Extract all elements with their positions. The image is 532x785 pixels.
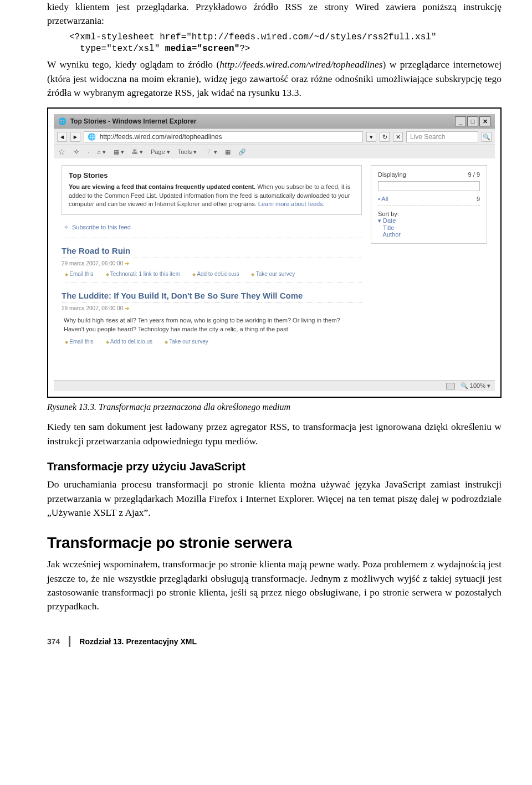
toolbar-sep: · xyxy=(88,148,89,155)
arrow-icon[interactable]: ➜ xyxy=(125,305,129,311)
sidebar-box: Displaying 9 / 9 • All 9 Sort by: ▾ Date xyxy=(371,165,487,244)
sort-author[interactable]: Author xyxy=(378,231,480,238)
action-survey[interactable]: Take our survey xyxy=(165,338,208,345)
heading-javascript: Transformacje przy użyciu JavaScript xyxy=(47,460,502,473)
code-line-1: <?xml-stylesheet href="http://feeds.wire… xyxy=(69,32,437,42)
close-button[interactable]: ✕ xyxy=(479,116,490,126)
search-go-button[interactable]: 🔍 xyxy=(482,132,492,142)
back-button[interactable]: ◄ xyxy=(57,132,67,142)
toolbar-help-icon[interactable]: ❔ ▾ xyxy=(204,148,217,156)
refresh-button[interactable]: ↻ xyxy=(380,132,390,142)
ie-title-bar: 🌐 Top Stories - Windows Internet Explore… xyxy=(54,114,495,129)
favorites-add-icon[interactable]: ☆ xyxy=(58,147,65,156)
code-block: <?xml-stylesheet href="http://feeds.wire… xyxy=(69,32,502,55)
ie-title-text: Top Stories - Windows Internet Explorer xyxy=(70,117,197,125)
action-email[interactable]: Email this xyxy=(65,338,94,345)
entry-1-title-link[interactable]: The Road to Ruin xyxy=(62,246,362,258)
paragraph-after-figure: Kiedy ten sam dokument jest ładowany prz… xyxy=(47,420,502,448)
action-survey[interactable]: Take our survey xyxy=(251,271,295,277)
feed-main-column: Top Stories You are viewing a feed that … xyxy=(62,165,362,380)
sort-title[interactable]: Title xyxy=(378,224,480,231)
sort-by-label: Sort by: xyxy=(378,211,480,217)
feed-entry-1: The Road to Ruin 29 marca 2007, 06:00:00… xyxy=(62,246,362,266)
filter-input[interactable] xyxy=(378,181,480,191)
forward-button[interactable]: ► xyxy=(70,132,80,142)
action-technorati[interactable]: Technorati: 1 link to this item xyxy=(106,271,180,277)
displaying-row: Displaying 9 / 9 xyxy=(378,171,480,178)
code-line-2b: media="screen" xyxy=(165,44,239,54)
toolbar-print-icon[interactable]: 🖶 ▾ xyxy=(132,148,143,156)
sidebar-separator xyxy=(378,206,480,206)
ie-toolbar: ☆ ✧ · ⌂ ▾ ▦ ▾ 🖶 ▾ Page ▾ Tools ▾ ❔ ▾ ▦ 🔗 xyxy=(54,145,495,158)
search-input[interactable]: Live Search xyxy=(406,131,478,142)
displaying-label: Displaying xyxy=(378,171,406,178)
sort-section: Sort by: ▾ Date Title Author xyxy=(378,211,480,238)
feed-entry-2: The Luddite: If You Build It, Don't Be S… xyxy=(62,291,362,334)
feed-sidebar: Displaying 9 / 9 • All 9 Sort by: ▾ Date xyxy=(371,165,487,380)
displaying-value: 9 / 9 xyxy=(468,171,480,178)
url-dropdown[interactable]: ▾ xyxy=(366,132,376,142)
toolbar-tools-menu[interactable]: Tools ▾ xyxy=(178,148,197,156)
entry-2-snippet: Why build high rises at all? Ten years f… xyxy=(64,316,362,334)
feed-intro: You are viewing a feed that contains fre… xyxy=(69,183,355,208)
entry-2-actions: Email this Add to del.icio.us Take our s… xyxy=(65,338,362,350)
ie-favicon: 🌐 xyxy=(58,117,66,125)
figure-caption: Rysunek 13.3. Transformacja przeznaczona… xyxy=(47,402,502,412)
toolbar-home-icon[interactable]: ⌂ ▾ xyxy=(97,148,106,156)
code-line-2a: type="text/xsl" xyxy=(69,44,165,54)
footer-separator xyxy=(69,636,70,647)
action-delicious[interactable]: Add to del.icio.us xyxy=(106,338,152,345)
toolbar-extra-1-icon[interactable]: ▦ xyxy=(225,148,231,156)
learn-more-link[interactable]: Learn more about feeds. xyxy=(258,201,325,207)
feed-title: Top Stories xyxy=(69,171,355,179)
ie-content: Top Stories You are viewing a feed that … xyxy=(54,158,495,380)
favorites-center-icon[interactable]: ✧ xyxy=(73,147,80,156)
stop-button[interactable]: ✕ xyxy=(393,132,403,142)
entry-2-date: 29 marca 2007, 06:00:00 ➜ xyxy=(62,305,362,311)
action-email[interactable]: Email this xyxy=(65,271,94,277)
ie-window: 🌐 Top Stories - Windows Internet Explore… xyxy=(54,114,495,391)
minimize-button[interactable]: _ xyxy=(455,116,466,126)
toolbar-feed-icon[interactable]: ▦ ▾ xyxy=(114,148,124,156)
entry-1-actions: Email this Technorati: 1 link to this it… xyxy=(65,271,362,283)
entry-1-date: 29 marca 2007, 06:00:00 ➜ xyxy=(62,260,362,266)
arrow-icon[interactable]: ➜ xyxy=(125,260,129,266)
maximize-button[interactable]: □ xyxy=(467,116,478,126)
intro-paragraph-1: kiedy klientem jest przeglądarka. Przykł… xyxy=(47,0,502,28)
subscribe-icon: ✧ xyxy=(64,224,69,231)
ie-address-bar: ◄ ► 🌐 http://feeds.wired.com/wired/tophe… xyxy=(54,129,495,145)
zoom-indicator[interactable]: 🔍 100% ▾ xyxy=(461,382,490,389)
feed-notice-box: Top Stories You are viewing a feed that … xyxy=(62,165,362,214)
sort-date[interactable]: ▾ Date xyxy=(378,217,480,224)
page-number: 374 xyxy=(47,637,60,646)
chapter-label: Rozdział 13. Prezentacyjny XML xyxy=(79,637,197,646)
all-row[interactable]: • All 9 xyxy=(378,196,480,202)
code-line-2c: ?> xyxy=(239,44,250,54)
paragraph-server: Jak wcześniej wspominałem, transformacje… xyxy=(47,557,502,614)
paragraph-javascript: Do uruchamiania procesu transformacji po… xyxy=(47,478,502,520)
page-footer: 374 Rozdział 13. Prezentacyjny XML xyxy=(47,636,502,647)
heading-server: Transformacje po stronie serwera xyxy=(47,534,502,552)
action-delicious[interactable]: Add to del.icio.us xyxy=(192,271,239,277)
figure-box: 🌐 Top Stories - Windows Internet Explore… xyxy=(47,107,502,398)
subscribe-link[interactable]: ✧ Subscribe to this feed xyxy=(64,224,362,238)
toolbar-page-menu[interactable]: Page ▾ xyxy=(151,148,170,156)
ie-status-bar: 🔍 100% ▾ xyxy=(54,380,495,391)
toolbar-extra-2-icon[interactable]: 🔗 xyxy=(238,148,246,156)
intro-paragraph-2: W wyniku tego, kiedy oglądam to źródło (… xyxy=(47,58,502,100)
entry-2-title-link[interactable]: The Luddite: If You Build It, Don't Be S… xyxy=(62,291,362,303)
zone-icon xyxy=(446,383,455,389)
window-buttons: _ □ ✕ xyxy=(455,116,490,126)
url-input[interactable]: 🌐 http://feeds.wired.com/wired/topheadli… xyxy=(84,131,363,142)
